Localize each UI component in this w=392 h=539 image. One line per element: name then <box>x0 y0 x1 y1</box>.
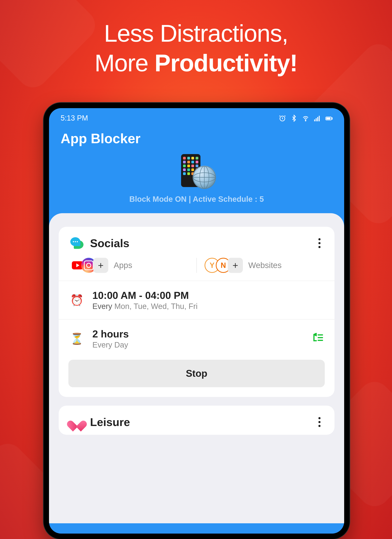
headline-line1: Less Distractions, <box>0 19 392 47</box>
card-leisure: Leisure <box>59 406 335 435</box>
hourglass-icon: ⏳ <box>70 332 84 345</box>
svg-rect-4 <box>317 117 318 121</box>
status-bar: 5:13 PM <box>49 108 344 126</box>
content-area: Socials + Apps Y <box>49 213 344 523</box>
schedule-row[interactable]: ⏰ 10:00 AM - 04:00 PM Every Mon, Tue, We… <box>59 281 335 319</box>
signal-icon <box>314 115 321 122</box>
card-menu-socials[interactable] <box>316 237 323 249</box>
websites-group: Y N + Websites <box>196 258 323 273</box>
card-header-leisure: Leisure <box>59 406 335 435</box>
svg-rect-2 <box>314 119 315 121</box>
websites-label: Websites <box>248 261 282 270</box>
socials-icon <box>70 236 84 250</box>
schedule-days: Every Mon, Tue, Wed, Thu, Fri <box>92 302 323 311</box>
battery-icon <box>325 115 333 122</box>
stop-button[interactable]: Stop <box>68 360 325 387</box>
svg-rect-5 <box>319 116 320 121</box>
svg-rect-3 <box>316 118 317 121</box>
schedule-time: 10:00 AM - 04:00 PM <box>92 289 323 301</box>
apps-label: Apps <box>114 261 132 270</box>
limit-row[interactable]: ⏳ 2 hours Every Day <box>59 320 335 358</box>
status-time: 5:13 PM <box>61 114 88 122</box>
hero-icon <box>49 154 344 189</box>
add-app-button[interactable]: + <box>93 258 108 273</box>
globe-icon <box>193 166 216 189</box>
limit-duration: 2 hours <box>92 328 312 340</box>
alarm-icon <box>279 115 286 122</box>
apps-websites-row: + Apps Y N + Websites <box>59 256 335 281</box>
card-socials: Socials + Apps Y <box>59 227 335 397</box>
app-screen: 5:13 PM App Blocker <box>49 108 344 534</box>
leisure-icon <box>70 415 84 429</box>
clock-icon: ⏰ <box>70 294 84 307</box>
bluetooth-icon <box>290 115 298 122</box>
svg-rect-7 <box>332 118 332 119</box>
headline: Less Distractions, More Productivity! <box>0 19 392 77</box>
card-title-socials: Socials <box>90 237 316 250</box>
card-menu-leisure[interactable] <box>316 416 323 428</box>
block-mode-status: Block Mode ON | Active Schedule : 5 <box>49 195 344 213</box>
tablet-frame: 5:13 PM App Blocker <box>44 103 349 539</box>
headline-line2: More Productivity! <box>0 49 392 77</box>
wifi-icon <box>302 115 309 122</box>
add-website-button[interactable]: + <box>228 258 243 273</box>
recurring-icon <box>312 333 323 344</box>
svg-point-1 <box>305 120 306 121</box>
status-icons <box>279 115 333 122</box>
card-title-leisure: Leisure <box>90 416 316 428</box>
apps-group: + Apps <box>70 258 189 273</box>
card-header-socials: Socials <box>59 227 335 256</box>
limit-frequency: Every Day <box>92 341 312 349</box>
app-title: App Blocker <box>49 126 344 152</box>
svg-rect-8 <box>326 118 330 119</box>
